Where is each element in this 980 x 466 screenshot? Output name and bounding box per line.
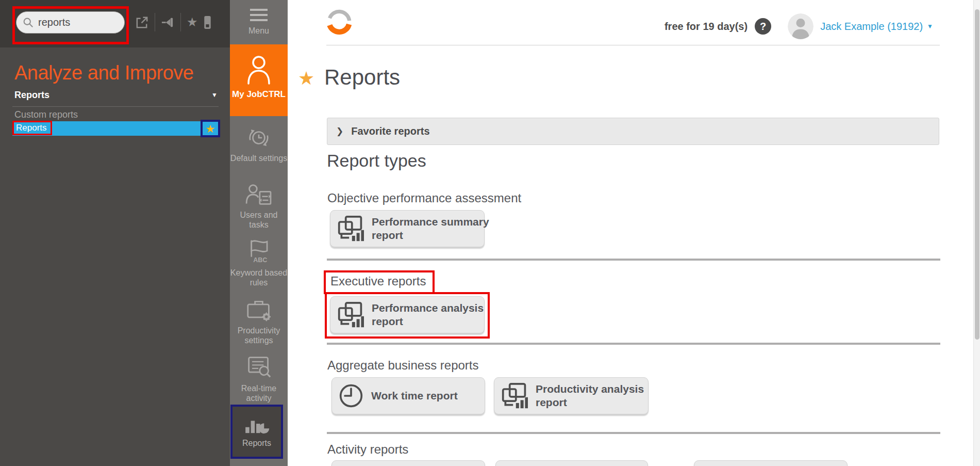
report-card-partial[interactable] <box>495 460 648 466</box>
nav-item-default-settings[interactable]: Default settings <box>230 126 288 164</box>
menu-panel: Analyze and Improve Reports ▼ Custom rep… <box>0 47 230 466</box>
toolbar-separator <box>155 13 155 31</box>
nav-item-real-time-activity[interactable]: Real-time activity <box>230 355 288 404</box>
keyword-abc-text: ABC <box>253 256 267 264</box>
avatar[interactable] <box>788 13 813 39</box>
stacked-report-icon <box>501 382 528 409</box>
nav-item-label: Users and tasks <box>230 211 288 230</box>
search-value: reports <box>38 17 70 28</box>
scrollbar-track[interactable] <box>973 0 980 466</box>
nav-item-label: Reports <box>242 439 271 448</box>
report-card-label: Performance analysis report <box>372 301 484 328</box>
nav-item-label: Productivity <box>238 326 280 336</box>
clock-icon <box>339 383 363 408</box>
mobile-device-icon[interactable] <box>204 15 211 29</box>
nav-item-productivity-settings[interactable]: Productivity settings <box>230 297 288 346</box>
annotation-red-box-executive-heading: Executive reports <box>324 270 435 294</box>
report-card-label: Work time report <box>371 389 458 403</box>
chevron-down-icon: ▼ <box>211 91 218 99</box>
report-card-label: Productivity analysis report <box>536 382 644 409</box>
report-card-productivity-analysis[interactable]: Productivity analysis report <box>494 377 649 414</box>
report-card-label-line: Performance summary <box>372 215 489 229</box>
star-icon: ★ <box>206 123 215 134</box>
menu-search-input[interactable]: reports <box>16 11 125 34</box>
favorite-reports-expander[interactable]: ❯ Favorite reports <box>327 118 939 145</box>
sidebar-item-reports-label: Reports <box>12 121 52 135</box>
report-card-label-line: report <box>372 229 489 242</box>
header-account-area: free for 19 day(s) ? Jack Example (19192… <box>665 12 933 40</box>
menu-toolbar: ★ <box>135 0 211 44</box>
nav-item-label: Menu <box>248 26 269 36</box>
scrollbar-thumb[interactable] <box>975 9 979 340</box>
menu-section-dropdown[interactable]: Reports ▼ <box>14 90 219 101</box>
favorite-star-toggle[interactable]: ★ <box>201 120 220 137</box>
report-card-label-line: report <box>372 315 484 328</box>
stacked-report-icon <box>337 301 364 328</box>
main-content: free for 19 day(s) ? Jack Example (19192… <box>288 0 980 466</box>
toolbar-separator <box>180 13 181 31</box>
nav-item-label: rules <box>230 278 287 288</box>
trial-status-text: free for 19 day(s) <box>665 21 748 33</box>
jobctrl-logo[interactable] <box>326 8 353 35</box>
report-card-work-time[interactable]: Work time report <box>331 377 485 414</box>
page-favorite-star-icon[interactable]: ★ <box>298 69 314 88</box>
help-button[interactable]: ? <box>755 18 771 35</box>
nav-item-users-and-tasks[interactable]: Users and tasks <box>230 183 288 230</box>
annotation-red-box-performance-analysis: Performance analysis report <box>325 292 490 339</box>
realtime-activity-icon <box>245 355 272 380</box>
reports-chart-icon <box>244 415 270 435</box>
user-icon <box>244 53 273 85</box>
sidebar-item-custom-reports[interactable]: Custom reports <box>14 109 78 120</box>
history-clock-icon <box>246 126 271 150</box>
group-heading-executive-reports: Executive reports <box>330 274 426 288</box>
group-heading-objective-performance: Objective performance assessment <box>327 191 521 205</box>
report-card-performance-analysis[interactable]: Performance analysis report <box>330 296 485 333</box>
nav-item-label: Default settings <box>230 154 287 164</box>
users-tasks-icon <box>245 183 272 206</box>
question-mark-icon: ? <box>760 21 766 33</box>
chevron-down-icon[interactable]: ▼ <box>927 23 933 30</box>
nav-item-menu[interactable]: Menu <box>230 8 288 36</box>
briefcase-gear-icon <box>245 297 272 322</box>
keyword-flag-icon: ABC <box>246 238 272 264</box>
user-menu[interactable]: Jack Example (19192) <box>820 21 923 33</box>
chevron-right-icon: ❯ <box>336 126 343 137</box>
nav-item-keyword-based-rules[interactable]: ABC Keyword based rules <box>230 238 288 288</box>
nav-item-label: Keyword based <box>230 268 287 278</box>
sidebar-item-reports[interactable]: Reports ★ <box>12 121 220 136</box>
report-card-label-line: Productivity analysis <box>536 382 644 396</box>
menu-topbar: reports ★ <box>0 0 230 47</box>
report-card-partial[interactable] <box>331 460 485 466</box>
search-icon <box>23 17 34 28</box>
open-in-new-window-icon[interactable] <box>135 15 149 29</box>
section-divider <box>327 343 940 345</box>
report-card-performance-summary[interactable]: Performance summary report <box>330 210 485 247</box>
report-card-label-line: Performance analysis <box>372 301 484 315</box>
section-divider <box>327 259 940 261</box>
nav-item-reports[interactable]: Reports <box>230 405 283 459</box>
nav-item-label: My JobCTRL <box>232 89 286 100</box>
page-title: Reports <box>324 65 400 90</box>
favorite-reports-label: Favorite reports <box>351 125 429 137</box>
report-card-label: Performance summary report <box>372 215 489 242</box>
nav-item-label: activity <box>241 394 276 404</box>
jobctrl-app: reports ★ Analyze and Improve <box>0 0 980 466</box>
header-divider <box>326 45 940 45</box>
menu-section-label: Reports <box>14 90 49 100</box>
report-types-title: Report types <box>327 151 426 171</box>
sidebar-divider <box>12 106 219 107</box>
stacked-report-icon <box>337 215 364 242</box>
report-card-label-line: report <box>536 396 644 409</box>
pin-menu-icon[interactable] <box>161 15 175 29</box>
report-card-label-line: Work time report <box>371 389 458 403</box>
report-card-partial[interactable] <box>694 460 848 466</box>
group-heading-aggregate-business: Aggregate business reports <box>327 358 479 373</box>
nav-item-label: Real-time <box>241 384 276 394</box>
nav-item-my-jobctrl[interactable]: My JobCTRL <box>230 44 288 116</box>
group-heading-activity-reports: Activity reports <box>327 442 408 457</box>
section-divider <box>327 432 940 434</box>
menu-icon <box>250 8 268 22</box>
favorites-star-icon[interactable]: ★ <box>187 16 198 28</box>
icon-nav-rail: Menu My JobCTRL Default settings <box>230 0 288 466</box>
menu-category-title: Analyze and Improve <box>14 62 193 84</box>
